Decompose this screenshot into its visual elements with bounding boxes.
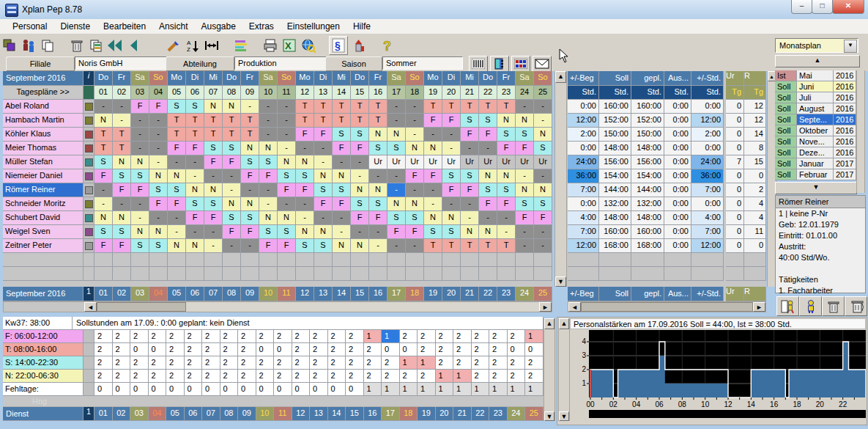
day-name-header[interactable]: Do <box>351 71 369 86</box>
month-type-cell[interactable]: Soll <box>775 103 797 114</box>
employee-name[interactable]: Zeitner Peter <box>3 239 84 253</box>
month-list-row[interactable]: SollAugust2016 <box>775 103 856 114</box>
dienst-day-number[interactable]: 12 <box>292 407 311 421</box>
bottom-day-number[interactable]: 23 <box>497 287 516 301</box>
shift-cell[interactable]: S <box>351 128 369 142</box>
bottom-day-number[interactable]: 15 <box>351 287 369 301</box>
shift-cell[interactable]: F <box>241 169 259 183</box>
day-number-header[interactable]: 25 <box>534 86 552 100</box>
month-type-cell[interactable]: Soll <box>775 158 797 169</box>
day-name-header[interactable]: Mi <box>461 71 479 86</box>
shift-cell[interactable]: - <box>131 142 149 155</box>
shift-cell[interactable]: T <box>497 100 516 114</box>
shift-cell[interactable]: T <box>113 142 131 155</box>
shift-cell[interactable]: - <box>314 211 333 225</box>
scrollbar-thumb[interactable] <box>581 302 753 312</box>
shift-cell[interactable]: S <box>131 239 149 253</box>
month-year-cell[interactable]: 2016 <box>834 70 856 81</box>
shift-cell[interactable]: S <box>223 211 241 225</box>
day-name-header[interactable]: Do <box>479 71 497 86</box>
shift-cell[interactable]: S <box>186 197 204 211</box>
hours-col-header[interactable]: Aus... <box>664 71 691 86</box>
shift-cell[interactable]: S <box>333 128 351 142</box>
shift-cell[interactable]: N <box>259 211 278 225</box>
shift-cell[interactable]: S <box>113 169 131 183</box>
shift-cell[interactable]: F <box>259 239 278 253</box>
shift-cell[interactable]: T <box>351 100 369 114</box>
employee-name[interactable]: Weigel Sven <box>3 225 84 239</box>
month-type-cell[interactable]: Soll <box>775 114 797 125</box>
hours-col-header-bottom[interactable]: +/-Std. <box>691 287 724 301</box>
chevron-down-icon[interactable]: ▼ <box>844 40 857 53</box>
menu-item-bearbeiten[interactable]: Bearbeiten <box>97 20 152 33</box>
shift-cell[interactable]: - <box>278 128 296 142</box>
shift-cell[interactable]: F <box>369 211 387 225</box>
day-number-header[interactable]: 21 <box>461 86 479 100</box>
shift-cell[interactable]: S <box>278 169 296 183</box>
day-name-header[interactable]: Do <box>223 71 241 86</box>
shift-cell[interactable]: Ur <box>534 155 552 169</box>
shift-cell[interactable]: S <box>479 114 497 128</box>
month-name-cell[interactable]: Mai <box>797 70 834 81</box>
shift-cell[interactable]: S <box>424 225 442 239</box>
shift-cell[interactable]: S <box>186 100 204 114</box>
print-icon[interactable] <box>261 37 279 54</box>
hours-col-header[interactable]: Soll <box>599 71 631 86</box>
shift-cell[interactable]: T <box>241 128 259 142</box>
month-year-cell[interactable]: 2016 <box>834 81 856 92</box>
shift-cell[interactable]: S <box>534 197 552 211</box>
shift-cell[interactable]: F <box>406 225 424 239</box>
dienst-day-number[interactable]: 15 <box>346 407 364 421</box>
shift-cell[interactable]: - <box>479 142 497 155</box>
r-col-header[interactable]: R <box>744 71 766 86</box>
shift-cell[interactable]: S <box>168 100 186 114</box>
shift-cell[interactable]: - <box>259 128 278 142</box>
shift-cell[interactable]: Ur <box>387 155 406 169</box>
shift-cell[interactable]: - <box>149 155 168 169</box>
day-name-header[interactable]: So <box>149 71 168 86</box>
day-number-header[interactable]: 24 <box>516 86 534 100</box>
shift-cell[interactable]: S <box>479 183 497 197</box>
shift-cell[interactable]: T <box>296 100 314 114</box>
shift-cell[interactable]: T <box>94 142 113 155</box>
fit-width-icon[interactable] <box>203 37 220 54</box>
shift-cell[interactable]: S <box>461 169 479 183</box>
shift-cell[interactable]: F <box>351 211 369 225</box>
abteilung-tab[interactable]: Abteilung <box>166 56 234 71</box>
shift-cell[interactable]: F <box>461 128 479 142</box>
month-list-row[interactable]: IstMai2016 <box>775 70 856 81</box>
shift-cell[interactable]: - <box>296 142 314 155</box>
dienst-day-number[interactable]: 20 <box>436 407 454 421</box>
bottom-day-number[interactable]: 14 <box>333 287 351 301</box>
hours-col-header[interactable]: +/-Std. <box>691 71 724 86</box>
shift-cell[interactable]: S <box>516 197 534 211</box>
shift-cell[interactable]: F <box>278 183 296 197</box>
month-year-cell[interactable]: 2016 <box>834 125 856 136</box>
dienst-day-number[interactable]: 17 <box>382 407 400 421</box>
shift-cell[interactable]: N <box>186 239 204 253</box>
dienst-day-number[interactable]: 23 <box>489 407 508 421</box>
bottom-day-number[interactable]: 19 <box>424 287 442 301</box>
shift-cell[interactable]: N <box>442 211 461 225</box>
shift-cell[interactable]: - <box>497 225 516 239</box>
shift-cell[interactable]: S <box>333 183 351 197</box>
shift-cell[interactable]: S <box>241 211 259 225</box>
shift-cell[interactable]: S <box>369 197 387 211</box>
shift-cell[interactable]: S <box>461 114 479 128</box>
trash-icon[interactable] <box>68 37 86 54</box>
shift-cell[interactable]: N <box>168 239 186 253</box>
shift-cell[interactable]: N <box>186 183 204 197</box>
shift-cell[interactable]: T <box>204 114 223 128</box>
person-button[interactable] <box>799 296 822 316</box>
month-year-cell[interactable]: 2016 <box>834 103 856 114</box>
shift-cell[interactable]: - <box>204 169 223 183</box>
month-type-cell[interactable]: Soll <box>775 169 797 180</box>
shift-cell[interactable]: - <box>131 128 149 142</box>
month-year-cell[interactable]: 2016 <box>834 92 856 103</box>
day-number-header[interactable]: 04 <box>149 86 168 100</box>
shift-cell[interactable]: N <box>314 225 333 239</box>
shift-cell[interactable]: - <box>534 239 552 253</box>
shift-cell[interactable]: F <box>406 169 424 183</box>
scroll-left-icon[interactable]: ◄ <box>568 302 581 312</box>
grid-hscrollbar[interactable]: ◄► <box>3 301 552 312</box>
